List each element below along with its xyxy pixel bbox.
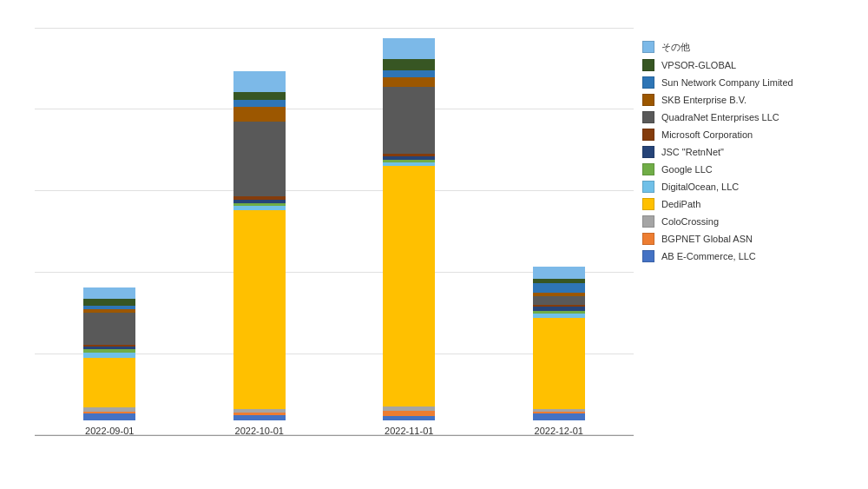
- bar-segment-dedipath: [533, 318, 585, 409]
- bar-segment-skb-enterprise-b-v-: [383, 77, 435, 87]
- bar: [233, 71, 286, 420]
- legend-color-box: [642, 215, 654, 228]
- legend-label: BGPNET Global ASN: [661, 234, 753, 244]
- bar-segment-quadranet-enterprises-llc: [383, 87, 435, 154]
- legend-label: ColoCrossing: [661, 216, 719, 227]
- bar-segment-ab-e-commerce--llc: [383, 416, 435, 420]
- bar: [383, 38, 435, 420]
- legend-item: ColoCrossing: [642, 215, 851, 228]
- bar-x-label: 2022-09-01: [85, 426, 134, 436]
- legend-item: JSC "RetnNet": [642, 146, 851, 158]
- chart-container: 2022-09-012022-10-012022-11-012022-12-01…: [9, 10, 859, 479]
- bar-segment-dedipath: [383, 166, 435, 406]
- legend-label: JSC "RetnNet": [661, 147, 724, 157]
- bar-segment-quadranet-enterprises-llc: [233, 122, 286, 196]
- bar-segment-vpsor-global: [233, 92, 286, 101]
- legend-label: Sun Network Company Limited: [661, 77, 793, 88]
- bar-segment----: [233, 71, 286, 92]
- legend-label: AB E-Commerce, LLC: [661, 251, 756, 261]
- chart-area: 2022-09-012022-10-012022-11-012022-12-01: [26, 28, 634, 462]
- bar: [83, 287, 135, 420]
- legend-label: その他: [661, 41, 690, 54]
- legend-label: Google LLC: [661, 164, 713, 175]
- legend-label: QuadraNet Enterprises LLC: [661, 112, 779, 122]
- bar: [533, 267, 585, 420]
- legend-color-box: [642, 129, 654, 141]
- legend-color-box: [642, 111, 654, 123]
- legend-item: VPSOR-GLOBAL: [642, 59, 851, 71]
- bar-segment-ab-e-commerce--llc: [233, 415, 286, 420]
- legend-color-box: [642, 233, 654, 245]
- legend-label: Microsoft Corporation: [661, 129, 753, 140]
- bar-segment-skb-enterprise-b-v-: [233, 107, 286, 122]
- legend-color-box: [642, 146, 654, 158]
- legend-color-box: [642, 250, 654, 262]
- bar-x-label: 2022-12-01: [535, 426, 583, 436]
- bar-segment-vpsor-global: [383, 59, 435, 70]
- bar-group: 2022-09-01: [75, 287, 144, 435]
- legend-item: その他: [642, 41, 851, 54]
- legend-item: Sun Network Company Limited: [642, 76, 851, 89]
- legend-label: SKB Enterprise B.V.: [661, 95, 746, 105]
- legend-item: DediPath: [642, 198, 851, 210]
- legend-color-box: [642, 94, 654, 106]
- legend-color-box: [642, 76, 654, 89]
- legend-item: QuadraNet Enterprises LLC: [642, 111, 851, 123]
- legend-color-box: [642, 59, 654, 71]
- legend-item: DigitalOcean, LLC: [642, 181, 851, 193]
- bar-group: 2022-10-01: [225, 71, 294, 436]
- bar-segment-dedipath: [233, 210, 286, 410]
- legend-label: DediPath: [661, 199, 700, 209]
- bars-wrapper: 2022-09-012022-10-012022-11-012022-12-01: [35, 28, 634, 436]
- legend-item: Microsoft Corporation: [642, 129, 851, 141]
- bar-segment----: [533, 267, 585, 279]
- bar-segment-dedipath: [83, 358, 135, 407]
- legend: その他VPSOR-GLOBALSun Network Company Limit…: [642, 28, 851, 462]
- bar-segment-quadranet-enterprises-llc: [83, 313, 135, 344]
- legend-item: SKB Enterprise B.V.: [642, 94, 851, 106]
- legend-item: BGPNET Global ASN: [642, 233, 851, 245]
- legend-label: DigitalOcean, LLC: [661, 182, 739, 192]
- bar-segment----: [83, 287, 135, 299]
- legend-color-box: [642, 181, 654, 193]
- legend-item: Google LLC: [642, 163, 851, 175]
- legend-color-box: [642, 198, 654, 210]
- bar-group: 2022-11-01: [374, 38, 444, 436]
- legend-label: VPSOR-GLOBAL: [661, 60, 736, 70]
- bar-segment----: [383, 38, 435, 59]
- bar-segment-ab-e-commerce--llc: [533, 413, 585, 420]
- bar-segment-sun-network-company-limited: [383, 70, 435, 77]
- legend-color-box: [642, 41, 654, 53]
- bar-segment-sun-network-company-limited: [233, 100, 286, 107]
- bar-segment-ab-e-commerce--llc: [83, 413, 135, 420]
- legend-color-box: [642, 163, 654, 175]
- legend-item: AB E-Commerce, LLC: [642, 250, 851, 262]
- bar-x-label: 2022-11-01: [385, 426, 433, 436]
- bars-section: 2022-09-012022-10-012022-11-012022-12-01: [26, 28, 634, 462]
- bar-segment-quadranet-enterprises-llc: [533, 296, 585, 305]
- bar-x-label: 2022-10-01: [235, 426, 284, 436]
- bar-segment-vpsor-global: [83, 299, 135, 306]
- bar-group: 2022-12-01: [524, 267, 594, 436]
- bar-segment-sun-network-company-limited: [533, 283, 585, 293]
